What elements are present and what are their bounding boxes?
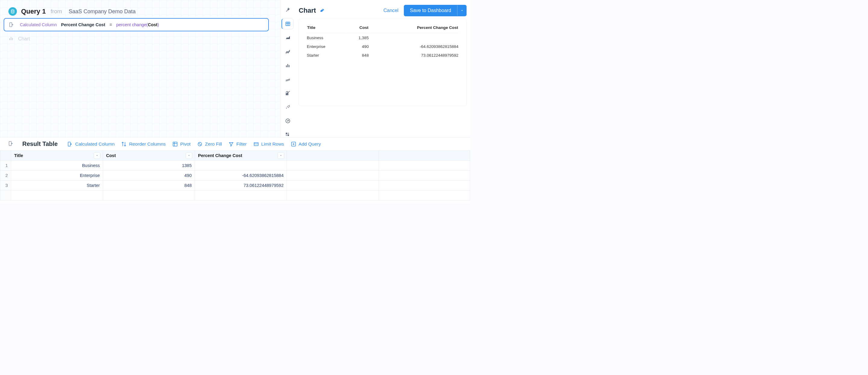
svg-rect-10 xyxy=(287,93,288,95)
svg-point-0 xyxy=(11,10,14,11)
magic-wand-icon[interactable] xyxy=(282,5,293,15)
edit-chart-icon[interactable] xyxy=(320,8,325,13)
row-number: 3 xyxy=(0,181,11,190)
query-name[interactable]: Query 1 xyxy=(21,7,46,15)
svg-point-11 xyxy=(286,108,287,108)
svg-rect-6 xyxy=(286,65,287,67)
chart-panel-header: Chart Cancel Save to Dashboard xyxy=(299,5,467,16)
svg-point-14 xyxy=(288,105,288,106)
svg-rect-22 xyxy=(287,134,289,136)
cell-cost[interactable]: 490 xyxy=(103,170,195,181)
svg-rect-4 xyxy=(12,38,13,40)
svg-point-15 xyxy=(289,106,290,107)
svg-point-12 xyxy=(287,106,287,107)
data-source-name[interactable]: SaaS Company Demo Data xyxy=(69,8,135,15)
gauge-chart-icon[interactable] xyxy=(282,116,293,126)
preview-cell-title: Enterprise xyxy=(307,42,346,51)
save-to-dashboard-button-group: Save to Dashboard xyxy=(404,5,467,16)
svg-rect-5 xyxy=(286,22,290,26)
reorder-columns-button[interactable]: Reorder Columns xyxy=(121,142,165,147)
preview-header-pcc: Percent Change Cost xyxy=(369,25,458,33)
formula-column-name: Percent Change Cost xyxy=(61,22,105,27)
result-table: Title Cost Percent Change Cost 1 Busines… xyxy=(0,150,470,200)
stacked-area-chart-icon[interactable] xyxy=(282,74,293,85)
cell-title[interactable]: Starter xyxy=(11,181,103,190)
calculated-column-formula-row[interactable]: Calculated Column Percent Change Cost = … xyxy=(4,18,269,31)
preview-cell-title: Starter xyxy=(307,51,346,59)
preview-cell-cost: 1,385 xyxy=(347,34,369,42)
filter-button[interactable]: Filter xyxy=(228,142,247,147)
cancel-button[interactable]: Cancel xyxy=(383,8,398,13)
column-menu-button[interactable] xyxy=(278,152,284,159)
column-header-empty xyxy=(287,151,379,161)
svg-rect-24 xyxy=(68,142,70,146)
area-chart-icon[interactable] xyxy=(282,33,293,43)
query-editor-canvas: Query 1 from SaaS Company Demo Data Calc… xyxy=(0,0,280,137)
preview-cell-pcc: 73.06122448979592 xyxy=(369,51,458,59)
chart-panel-title: Chart xyxy=(299,7,316,14)
cell-pcc[interactable]: 73.06122448979592 xyxy=(195,181,287,190)
svg-rect-9 xyxy=(286,93,287,95)
formula-prefix-label: Calculated Column xyxy=(20,22,57,27)
chart-placeholder-label: Chart xyxy=(18,36,30,41)
cell-cost[interactable]: 848 xyxy=(103,181,195,190)
column-header-title[interactable]: Title xyxy=(11,151,103,161)
svg-point-18 xyxy=(287,121,288,121)
column-header-pcc[interactable]: Percent Change Cost xyxy=(195,151,287,161)
column-header-empty xyxy=(379,151,470,161)
cell-pcc[interactable] xyxy=(195,161,287,170)
bar-chart-icon xyxy=(8,36,14,42)
column-header-cost[interactable]: Cost xyxy=(103,151,195,161)
zero-fill-button[interactable]: Zero Fill xyxy=(197,142,222,147)
from-label: from xyxy=(51,8,62,15)
cell-cost[interactable]: 1385 xyxy=(103,161,195,170)
formula-equals: = xyxy=(110,22,112,27)
preview-header-title: Title xyxy=(307,25,346,33)
scatter-chart-icon[interactable] xyxy=(282,102,293,112)
svg-rect-20 xyxy=(287,133,289,134)
combo-chart-icon[interactable] xyxy=(282,88,293,98)
svg-point-16 xyxy=(289,105,290,106)
svg-point-13 xyxy=(288,107,289,107)
chart-config-panel: Chart Cancel Save to Dashboard Title Cos… xyxy=(280,0,470,137)
column-menu-button[interactable] xyxy=(186,152,192,159)
result-pane: Result Table Calculated Column Reorder C… xyxy=(0,137,470,203)
chart-type-rail xyxy=(281,0,295,140)
table-row: 3 Starter 848 73.06122448979592 xyxy=(0,181,470,190)
result-title: Result Table xyxy=(22,140,58,148)
table-row: 2 Enterprise 490 -64.62093862815884 xyxy=(0,170,470,181)
svg-rect-8 xyxy=(289,65,289,67)
svg-rect-7 xyxy=(287,64,288,67)
svg-rect-21 xyxy=(286,134,287,136)
table-row: 1 Business 1385 xyxy=(0,161,470,170)
save-to-dashboard-button[interactable]: Save to Dashboard xyxy=(404,5,457,16)
query-type-icon xyxy=(8,7,17,16)
preview-cell-pcc xyxy=(369,34,458,42)
calculated-column-button[interactable]: Calculated Column xyxy=(67,142,115,147)
formula-expression: percent change(Cost) xyxy=(116,22,159,27)
table-row-empty xyxy=(0,190,470,200)
row-number: 1 xyxy=(0,161,11,170)
result-table-icon xyxy=(7,141,14,147)
svg-rect-19 xyxy=(286,133,287,134)
add-query-button[interactable]: Add Query xyxy=(291,142,321,147)
limit-rows-button[interactable]: Limit Rows xyxy=(253,142,284,147)
svg-rect-25 xyxy=(173,142,177,146)
column-menu-button[interactable] xyxy=(94,152,100,159)
result-toolbar: Result Table Calculated Column Reorder C… xyxy=(0,137,470,150)
cell-title[interactable]: Business xyxy=(11,161,103,170)
row-number: 2 xyxy=(0,170,11,181)
line-chart-icon[interactable] xyxy=(282,46,293,57)
cell-title[interactable]: Enterprise xyxy=(11,170,103,181)
add-chart-placeholder[interactable]: Chart xyxy=(8,36,30,42)
svg-rect-3 xyxy=(11,37,11,40)
preview-cell-pcc: -64.62093862815884 xyxy=(369,42,458,51)
preview-table: Title Cost Percent Change Cost Business … xyxy=(306,24,459,60)
save-dropdown-button[interactable] xyxy=(457,5,467,16)
table-chart-icon[interactable] xyxy=(282,19,293,29)
svg-rect-23 xyxy=(9,142,11,146)
pivot-button[interactable]: Pivot xyxy=(173,142,190,147)
cell-pcc[interactable]: -64.62093862815884 xyxy=(195,170,287,181)
bar-chart-icon[interactable] xyxy=(282,60,293,70)
query-header: Query 1 from SaaS Company Demo Data xyxy=(8,7,135,16)
